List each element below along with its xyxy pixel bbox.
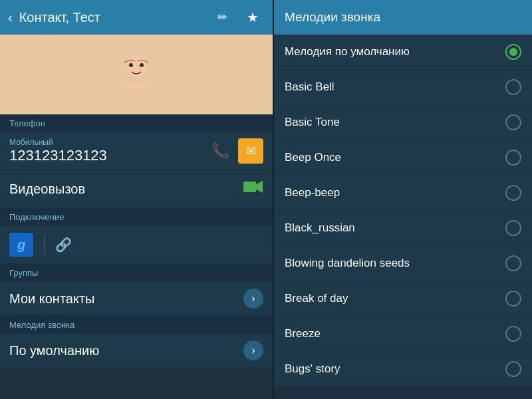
- contact-title: Контакт, Тест: [19, 10, 203, 25]
- link-icon[interactable]: 🔗: [55, 237, 72, 253]
- radio-button[interactable]: [505, 150, 521, 166]
- groups-value: Мои контакты: [9, 291, 243, 307]
- phone-number: 123123123123: [9, 147, 107, 164]
- favorite-button[interactable]: ★: [241, 5, 265, 29]
- ringtone-item-label: Bugs' story: [285, 362, 505, 376]
- connection-row: g 🔗: [0, 226, 273, 264]
- ringtone-item-label: Black_russian: [285, 221, 505, 235]
- ringtone-item-label: Break of day: [285, 292, 505, 305]
- message-button[interactable]: ✉: [238, 138, 263, 164]
- vertical-divider: [44, 235, 45, 255]
- video-row: Видеовызов: [0, 170, 273, 208]
- edit-button[interactable]: ✏: [210, 5, 234, 29]
- ringtone-header-title: Мелодии звонка: [285, 10, 380, 25]
- call-button[interactable]: 📞: [207, 138, 233, 164]
- radio-button[interactable]: [505, 255, 521, 271]
- mobile-label: Мобильный: [9, 138, 107, 147]
- contact-panel: ‹ Контакт, Тест ✏ ★ Телефон Мобильный 12…: [0, 0, 273, 399]
- back-button[interactable]: ‹: [8, 10, 13, 25]
- radio-button[interactable]: [505, 114, 521, 130]
- ringtone-item[interactable]: Break of day: [274, 281, 532, 317]
- ringtone-item-label: Beep Once: [285, 151, 505, 164]
- radio-button[interactable]: [505, 79, 521, 95]
- radio-button[interactable]: [505, 44, 521, 60]
- radio-button[interactable]: [505, 291, 521, 307]
- ringtone-item-label: Мелодия по умолчанию: [285, 45, 505, 59]
- svg-rect-2: [122, 88, 151, 101]
- radio-button[interactable]: [505, 185, 521, 201]
- connection-section-label: Подключение: [0, 208, 273, 226]
- ringtone-item[interactable]: Basic Tone: [274, 105, 532, 140]
- ringtone-item[interactable]: Beep Once: [274, 140, 532, 176]
- svg-rect-5: [243, 182, 256, 192]
- ringtone-chevron[interactable]: ›: [243, 340, 263, 360]
- phone-info: Мобильный 123123123123: [9, 138, 107, 164]
- ringtone-list: Мелодия по умолчаниюBasic BellBasic Tone…: [274, 35, 532, 399]
- svg-point-3: [129, 63, 133, 67]
- radio-button[interactable]: [505, 361, 521, 377]
- ringtone-item[interactable]: Blowing dandelion seeds: [274, 246, 532, 281]
- ringtone-header: Мелодии звонка: [274, 0, 532, 35]
- ringtone-item[interactable]: Мелодия по умолчанию: [274, 35, 532, 70]
- radio-button[interactable]: [505, 326, 521, 342]
- groups-row[interactable]: Мои контакты ›: [0, 282, 273, 316]
- svg-point-0: [124, 55, 148, 78]
- video-label: Видеовызов: [9, 182, 243, 197]
- ringtone-item-label: Basic Tone: [285, 116, 505, 129]
- groups-chevron[interactable]: ›: [243, 289, 263, 309]
- ringtone-item-label: Blowing dandelion seeds: [285, 257, 505, 270]
- ringtone-item[interactable]: Beep-beep: [274, 176, 532, 211]
- phone-row: Мобильный 123123123123 📞 ✉: [0, 132, 273, 170]
- radio-button[interactable]: [505, 220, 521, 236]
- video-call-button[interactable]: [243, 180, 263, 198]
- ringtone-item-label: Beep-beep: [285, 186, 505, 200]
- ringtone-panel: Мелодии звонка Мелодия по умолчаниюBasic…: [273, 0, 532, 399]
- phone-actions: 📞 ✉: [207, 138, 263, 164]
- svg-marker-6: [256, 181, 263, 193]
- ringtone-section-label: Мелодия звонка: [0, 316, 273, 334]
- svg-point-4: [140, 63, 144, 67]
- ringtone-item[interactable]: Black_russian: [274, 211, 532, 246]
- ringtone-item[interactable]: Bugs' story: [274, 352, 532, 387]
- ringtone-item-label: Basic Bell: [285, 80, 505, 94]
- ringtone-item[interactable]: Breeze: [274, 317, 532, 352]
- ringtone-row[interactable]: По умолчанию ›: [0, 334, 273, 368]
- ringtone-value: По умолчанию: [9, 343, 243, 358]
- groups-section-label: Группы: [0, 264, 273, 282]
- phone-section-label: Телефон: [0, 114, 273, 132]
- avatar: [110, 48, 163, 101]
- ringtone-item[interactable]: Basic Bell: [274, 70, 532, 105]
- contact-header: ‹ Контакт, Тест ✏ ★: [0, 0, 273, 35]
- avatar-section: [0, 35, 273, 114]
- google-icon: g: [9, 233, 33, 257]
- ringtone-item-label: Breeze: [285, 327, 505, 340]
